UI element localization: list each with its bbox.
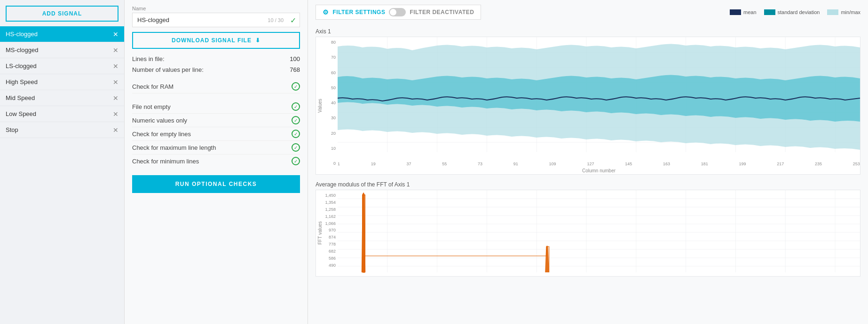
chart2-svg-area <box>338 190 860 276</box>
chart1-x-axis-label: Column number <box>338 168 860 174</box>
lines-value: 100 <box>290 55 300 62</box>
sidebar-item-hs-clogged[interactable]: HS-clogged ✕ <box>0 26 124 42</box>
run-optional-checks-button[interactable]: RUN OPTIONAL CHECKS <box>132 175 300 193</box>
check-ram-row: Check for RAM ✓ <box>132 80 300 93</box>
values-per-line-row: Number of values per line: 768 <box>132 64 300 75</box>
check-pass-icon: ✓ <box>292 116 300 124</box>
y-tick: 0 <box>333 161 336 166</box>
filter-toggle: FILTER DEACTIVATED <box>389 8 474 16</box>
close-icon[interactable]: ✕ <box>113 31 118 38</box>
x-tick: 145 <box>625 162 632 166</box>
close-icon[interactable]: ✕ <box>113 47 118 54</box>
sidebar-item-stop[interactable]: Stop ✕ <box>0 122 124 138</box>
y-tick: 490 <box>329 263 336 268</box>
lines-row: Lines in file: 100 <box>132 54 300 64</box>
chart1-title: Axis 1 <box>316 28 860 35</box>
x-tick: 181 <box>701 162 708 166</box>
check-pass-icon: ✓ <box>292 143 300 152</box>
x-tick: 235 <box>815 162 822 166</box>
content-area: Name 10 / 30 ✓ DOWNLOAD SIGNAL FILE ⬇ Li… <box>125 0 868 324</box>
download-icon: ⬇ <box>255 37 260 44</box>
add-signal-button[interactable]: ADD SIGNAL <box>6 6 118 22</box>
y-tick: 970 <box>329 228 336 232</box>
y-tick: 50 <box>331 85 336 90</box>
name-input-wrapper: 10 / 30 ✓ <box>132 13 300 27</box>
check-row: Numeric values only ✓ <box>132 114 300 127</box>
gear-icon: ⚙ <box>323 8 329 16</box>
close-icon[interactable]: ✕ <box>113 127 118 133</box>
check-label: Numeric values only <box>132 117 187 124</box>
chart1-container: Values 80706050403020100 <box>316 37 860 175</box>
lines-info: Lines in file: 100 Number of values per … <box>132 54 300 75</box>
check-ram-label: Check for RAM <box>132 83 174 90</box>
y-tick: 1,066 <box>325 221 336 226</box>
check-row: Check for maximum line length ✓ <box>132 141 300 154</box>
check-row: Check for empty lines ✓ <box>132 127 300 141</box>
x-tick: 199 <box>739 162 746 166</box>
name-label: Name <box>132 6 300 11</box>
sidebar: ADD SIGNAL HS-clogged ✕MS-clogged ✕LS-cl… <box>0 0 125 324</box>
download-signal-button[interactable]: DOWNLOAD SIGNAL FILE ⬇ <box>132 32 300 49</box>
signal-label: Low Speed <box>6 110 36 117</box>
char-count: 10 / 30 <box>268 17 284 23</box>
optional-checks-list: File not empty ✓Numeric values only ✓Che… <box>132 100 300 168</box>
chart2-svg <box>338 190 860 275</box>
chart2-section: Average modulus of the FFT of Axis 1 FFT… <box>316 181 860 277</box>
signal-label: MS-clogged <box>6 46 38 54</box>
close-icon[interactable]: ✕ <box>113 111 118 117</box>
check-label: Check for maximum line length <box>132 144 216 151</box>
signal-label: HS-clogged <box>6 31 38 38</box>
check-pass-icon: ✓ <box>292 102 300 111</box>
filter-toggle-switch[interactable] <box>389 8 406 16</box>
chart2-y-axis-label: FFT values <box>316 190 324 276</box>
legend-std-dev: standard deviation <box>764 9 820 15</box>
std-dev-label: standard deviation <box>778 9 820 15</box>
download-label: DOWNLOAD SIGNAL FILE <box>172 37 252 44</box>
filter-settings-group: ⚙ FILTER SETTINGS FILTER DEACTIVATED <box>316 5 481 20</box>
toggle-knob <box>390 9 396 15</box>
y-tick: 778 <box>329 242 336 247</box>
filter-controls: ⚙ FILTER SETTINGS FILTER DEACTIVATED <box>316 5 481 20</box>
chart1-area: Values 80706050403020100 <box>316 37 860 174</box>
sidebar-item-low-speed[interactable]: Low Speed ✕ <box>0 106 124 122</box>
check-label: Check for minimum lines <box>132 158 199 165</box>
x-tick: 19 <box>371 162 376 166</box>
chart1-y-axis-label: Values <box>316 37 324 174</box>
y-tick: 80 <box>331 40 336 45</box>
check-ram-icon: ✓ <box>292 82 300 91</box>
check-row: Check for minimum lines ✓ <box>132 154 300 168</box>
y-tick: 682 <box>329 249 336 254</box>
sidebar-item-mid-speed[interactable]: Mid Speed ✕ <box>0 90 124 106</box>
signal-label: Mid Speed <box>6 94 35 101</box>
close-icon[interactable]: ✕ <box>113 79 118 85</box>
chart2-area: FFT values 1,4501,3541,2581,1621,0669708… <box>316 190 860 276</box>
y-tick: 30 <box>331 116 336 120</box>
charts-panel: ⚙ FILTER SETTINGS FILTER DEACTIVATED <box>308 0 868 324</box>
name-valid-icon: ✓ <box>290 15 296 24</box>
x-tick: 127 <box>587 162 594 166</box>
y-tick: 40 <box>331 100 336 105</box>
values-per-line-label: Number of values per line: <box>132 66 204 73</box>
y-tick: 1,354 <box>325 200 336 205</box>
legend-mean: mean <box>730 9 757 15</box>
x-tick: 1 <box>338 162 340 166</box>
close-icon[interactable]: ✕ <box>113 95 118 101</box>
filter-bar: ⚙ FILTER SETTINGS FILTER DEACTIVATED <box>316 5 860 20</box>
y-tick: 60 <box>331 70 336 75</box>
sidebar-item-ls-clogged[interactable]: LS-clogged ✕ <box>0 58 124 74</box>
y-tick: 1,258 <box>325 207 336 212</box>
minmax-color-swatch <box>827 9 838 15</box>
minmax-label: min/max <box>841 9 860 15</box>
x-tick: 55 <box>442 162 447 166</box>
chart1-x-ticks: 11937557391109127145163181199217235253 <box>338 161 860 168</box>
sidebar-item-ms-clogged[interactable]: MS-clogged ✕ <box>0 42 124 58</box>
close-icon[interactable]: ✕ <box>113 63 118 69</box>
chart1-section: Axis 1 Values 80706050403020100 <box>316 28 860 175</box>
signal-list: HS-clogged ✕MS-clogged ✕LS-clogged ✕High… <box>0 26 124 324</box>
check-row: File not empty ✓ <box>132 100 300 114</box>
signal-details-panel: Name 10 / 30 ✓ DOWNLOAD SIGNAL FILE ⬇ Li… <box>125 0 308 324</box>
x-tick: 37 <box>407 162 411 166</box>
sidebar-item-high-speed[interactable]: High Speed ✕ <box>0 74 124 90</box>
chart2-title: Average modulus of the FFT of Axis 1 <box>316 181 860 188</box>
chart-legend: mean standard deviation min/max <box>730 9 860 15</box>
